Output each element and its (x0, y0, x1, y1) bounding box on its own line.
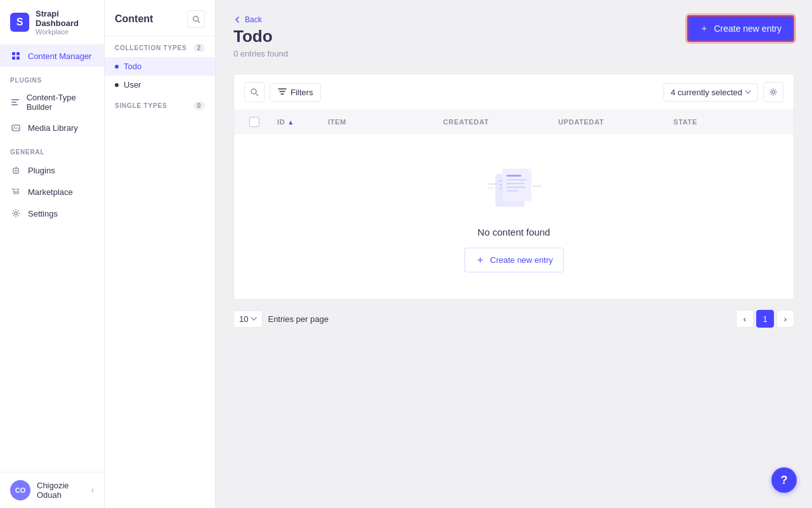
th-item[interactable]: ITEM (323, 110, 438, 133)
back-label: Back (245, 15, 262, 24)
svg-rect-2 (12, 57, 15, 60)
svg-rect-24 (506, 183, 524, 184)
empty-plus-icon: ＋ (475, 253, 485, 267)
select-all-checkbox[interactable] (249, 117, 259, 127)
content-manager-icon (10, 50, 22, 62)
collection-types-label: Collection Types 2 (105, 44, 215, 57)
pagination-next[interactable]: › (776, 310, 794, 328)
single-types-label: Single Types 0 (105, 102, 215, 115)
th-updatedat[interactable]: UPDATEDAT (553, 110, 669, 133)
general-section-label: General (0, 138, 104, 159)
per-page-selector[interactable]: 10 (233, 311, 263, 328)
help-button[interactable]: ? (771, 467, 797, 493)
single-types-badge: 0 (193, 102, 205, 110)
svg-rect-0 (12, 52, 15, 55)
title-section: Back Todo 0 entries found (233, 15, 288, 58)
sidebar-title: Content (115, 13, 153, 25)
table-settings-button[interactable] (763, 82, 783, 102)
brand-icon: S (10, 13, 29, 32)
brand-subtitle: Workplace (36, 28, 94, 36)
th-state[interactable]: STATE (669, 110, 784, 133)
table-header: ID ▲ ITEM CREATEDAT UPDATEDAT STATE (234, 110, 794, 134)
nav-item-plugins[interactable]: Plugins (0, 159, 104, 181)
username: Chigozie Oduah (37, 481, 85, 500)
todo-label: Todo (124, 62, 141, 71)
pagination-bar: 10 Entries per page ‹ 1 › (233, 300, 794, 338)
content-sidebar: Content Collection Types 2 Todo User Sin… (105, 0, 216, 508)
sort-icon: ▲ (287, 119, 294, 126)
nav-item-media-library[interactable]: Media Library (0, 117, 104, 138)
columns-label: 4 currently selected (671, 88, 742, 97)
media-library-icon (10, 122, 22, 133)
toolbar-left: Filters (244, 82, 321, 102)
svg-point-11 (17, 192, 19, 194)
page-title: Todo (233, 27, 288, 46)
svg-rect-23 (506, 179, 527, 180)
user-label: User (124, 80, 141, 90)
todo-dot (115, 65, 119, 69)
empty-create-button[interactable]: ＋ Create new entry (464, 248, 564, 272)
filters-button[interactable]: Filters (270, 83, 321, 102)
user-profile[interactable]: CO Chigozie Oduah ‹ (0, 472, 104, 508)
svg-rect-27 (487, 184, 497, 185)
brand-text: Strapi Dashboard Workplace (36, 9, 94, 36)
main-content: Back Todo 0 entries found ＋ Create new e… (216, 0, 812, 508)
plugins-section-label: Plugins (0, 67, 104, 88)
plugins-label: Plugins (28, 166, 55, 175)
user-dot (115, 83, 119, 87)
plus-icon: ＋ (700, 23, 709, 34)
collapse-icon[interactable]: ‹ (91, 486, 94, 495)
nav-item-content-type-builder[interactable]: Content-Type Builder (0, 88, 104, 117)
svg-rect-21 (502, 169, 532, 202)
entries-per-page-label: Entries per page (268, 314, 328, 324)
sidebar-item-user[interactable]: User (105, 76, 215, 94)
back-link[interactable]: Back (233, 15, 288, 24)
svg-point-10 (14, 192, 16, 194)
brand-title: Strapi Dashboard (36, 9, 94, 28)
marketplace-icon (10, 186, 22, 197)
svg-rect-3 (16, 57, 20, 60)
sidebar-header: Content (105, 8, 215, 36)
table-toolbar: Filters 4 currently selected (234, 74, 794, 110)
collection-types-badge: 2 (193, 44, 205, 52)
entries-found: 0 entries found (233, 49, 288, 58)
empty-state-icon (482, 161, 546, 214)
create-button-label: Create new entry (714, 23, 782, 34)
plugins-icon (10, 164, 22, 176)
content-manager-label: Content Manager (28, 51, 91, 61)
pagination-prev[interactable]: ‹ (736, 310, 754, 328)
content-type-builder-label: Content-Type Builder (27, 93, 94, 112)
nav-item-content-manager[interactable]: Content Manager (0, 45, 104, 67)
header-checkbox-cell (244, 110, 272, 133)
pagination-page-1[interactable]: 1 (756, 310, 774, 328)
media-library-label: Media Library (28, 123, 78, 133)
nav-item-settings[interactable]: Settings (0, 203, 104, 224)
toolbar-right: 4 currently selected (664, 82, 783, 102)
table-body-empty: No content found ＋ Create new entry (234, 134, 794, 299)
svg-rect-22 (506, 175, 521, 177)
svg-point-12 (15, 212, 17, 215)
create-new-entry-button[interactable]: ＋ Create new entry (687, 15, 794, 42)
svg-rect-6 (11, 104, 18, 105)
th-createdat[interactable]: CREATEDAT (438, 110, 554, 133)
sidebar-search-button[interactable] (187, 10, 205, 28)
settings-icon (10, 208, 22, 219)
nav-item-marketplace[interactable]: Marketplace (0, 181, 104, 203)
marketplace-label: Marketplace (28, 187, 73, 197)
sidebar-divider (105, 36, 215, 36)
nav-brand: S Strapi Dashboard Workplace (0, 0, 104, 45)
settings-label: Settings (28, 209, 58, 218)
th-id[interactable]: ID ▲ (272, 110, 323, 133)
svg-point-14 (251, 89, 256, 94)
columns-selector[interactable]: 4 currently selected (664, 83, 758, 102)
avatar: CO (10, 480, 30, 500)
svg-point-13 (193, 16, 198, 21)
sidebar-item-todo[interactable]: Todo (105, 57, 215, 76)
svg-rect-25 (506, 187, 525, 188)
help-icon: ? (781, 474, 788, 487)
svg-rect-5 (11, 102, 16, 103)
left-navigation: S Strapi Dashboard Workplace Content Man… (0, 0, 105, 508)
pagination-controls: ‹ 1 › (736, 310, 794, 328)
table-search-button[interactable] (244, 82, 265, 102)
svg-rect-29 (532, 185, 542, 187)
